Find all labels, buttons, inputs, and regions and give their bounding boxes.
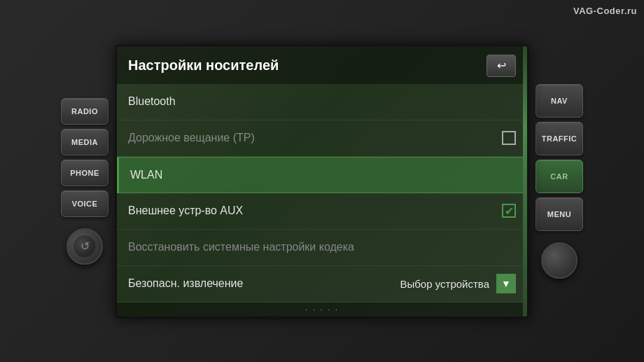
radio-button[interactable]: RADIO xyxy=(61,98,108,125)
traffic-button[interactable]: TRAFFIC xyxy=(536,122,583,155)
bluetooth-label: Bluetooth xyxy=(128,95,176,108)
aux-right: ✔ xyxy=(502,204,516,218)
bottom-indicators: · · · · · xyxy=(305,305,339,314)
menu-list: Bluetooth Дорожное вещание (TP) WLAN Вне… xyxy=(117,84,527,302)
traffic-checkbox[interactable] xyxy=(502,131,516,145)
left-knob[interactable]: ↺ xyxy=(66,228,103,265)
dashboard: VAG-Coder.ru RADIO MEDIA PHONE VOICE ↺ Н… xyxy=(0,0,644,362)
nav-button[interactable]: NAV xyxy=(536,84,583,118)
eject-dropdown-value: Выбор устройства xyxy=(400,278,489,290)
right-knob[interactable] xyxy=(541,242,578,279)
bottom-bar: · · · · · xyxy=(117,302,527,316)
green-bar xyxy=(523,46,527,316)
menu-item-bluetooth[interactable]: Bluetooth xyxy=(117,84,527,120)
main-screen: Настройки носителей ↩ Bluetooth Дорожное… xyxy=(115,45,528,318)
media-button[interactable]: MEDIA xyxy=(61,129,108,155)
traffic-right xyxy=(502,131,516,145)
menu-item-aux[interactable]: Внешнее устр-во AUX ✔ xyxy=(117,193,527,230)
dropdown-arrow-icon[interactable]: ▼ xyxy=(496,274,516,293)
menu-item-traffic[interactable]: Дорожное вещание (TP) xyxy=(117,120,527,157)
screen-content: Настройки носителей ↩ Bluetooth Дорожное… xyxy=(117,46,527,316)
menu-button[interactable]: MENU xyxy=(536,197,583,231)
eject-right: Выбор устройства ▼ xyxy=(400,274,516,293)
left-panel: RADIO MEDIA PHONE VOICE ↺ xyxy=(61,98,108,265)
menu-item-wlan[interactable]: WLAN xyxy=(117,157,527,193)
right-panel: NAV TRAFFIC CAR MENU xyxy=(536,84,583,279)
back-arrow-icon: ↺ xyxy=(74,235,96,258)
watermark: VAG-Coder.ru xyxy=(573,6,637,16)
back-button[interactable]: ↩ xyxy=(486,55,516,77)
wlan-label: WLAN xyxy=(130,169,162,181)
car-button[interactable]: CAR xyxy=(536,160,583,193)
aux-checkbox[interactable]: ✔ xyxy=(502,204,516,218)
screen-header: Настройки носителей ↩ xyxy=(117,46,527,84)
menu-item-eject[interactable]: Безопасн. извлечение Выбор устройства ▼ xyxy=(117,266,527,302)
eject-label: Безопасн. извлечение xyxy=(128,277,243,290)
menu-item-restore[interactable]: Восстановить системные настройки кодека xyxy=(117,230,527,266)
aux-label: Внешнее устр-во AUX xyxy=(128,204,243,217)
restore-label: Восстановить системные настройки кодека xyxy=(128,241,354,253)
traffic-label: Дорожное вещание (TP) xyxy=(128,132,255,144)
screen-title: Настройки носителей xyxy=(128,57,279,74)
phone-button[interactable]: PHONE xyxy=(61,160,108,186)
voice-button[interactable]: VOICE xyxy=(61,190,108,217)
